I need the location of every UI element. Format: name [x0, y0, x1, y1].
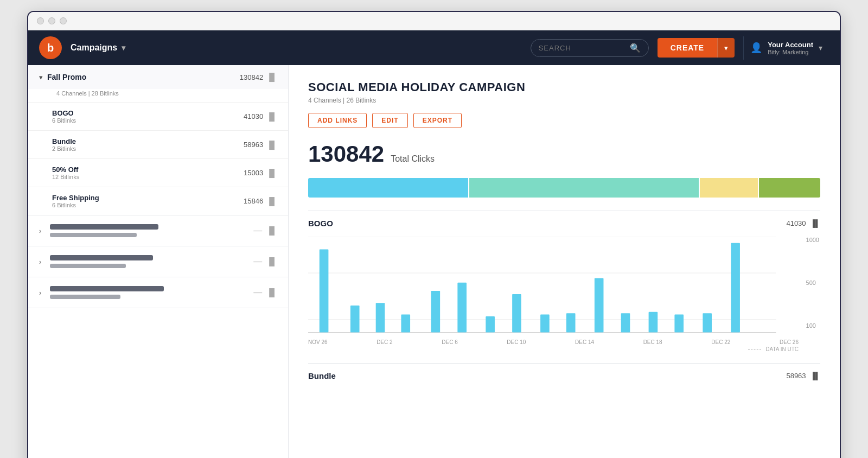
bogo-chart-area: 1000 500 100 — [308, 237, 820, 345]
sidebar: ▾ Fall Promo 130842 ▐▌ 4 Channels | 28 B… — [28, 65, 289, 458]
logo[interactable]: b — [39, 36, 62, 59]
campaign-detail-title: SOCIAL MEDIA HOLIDAY CAMPAIGN — [308, 80, 820, 94]
campaign-header-fall-promo[interactable]: ▾ Fall Promo 130842 ▐▌ — [28, 65, 288, 89]
create-button[interactable]: CREATE — [658, 38, 718, 58]
x-label-dec22: DEC 22 — [711, 339, 730, 345]
campaign-group-collapsed-3[interactable]: › — ▐▌ — [28, 277, 288, 308]
total-clicks: 130842 Total Clicks — [308, 141, 820, 167]
x-label-dec10: DEC 10 — [507, 339, 526, 345]
bar-chart-small-icon-2: ▐▌ — [266, 141, 277, 149]
campaign-meta-fall-promo: 4 Channels | 28 Bitlinks — [39, 89, 288, 102]
blurred-title-2 — [50, 255, 153, 260]
svg-rect-15 — [621, 313, 630, 332]
campaign-group-collapsed-1[interactable]: › — ▐▌ — [28, 215, 288, 246]
account-sub: Bitly: Marketing — [768, 49, 813, 55]
svg-rect-18 — [703, 313, 712, 332]
svg-rect-8 — [431, 291, 441, 332]
right-panel: SOCIAL MEDIA HOLIDAY CAMPAIGN 4 Channels… — [289, 65, 840, 458]
x-label-dec2: DEC 2 — [376, 339, 392, 345]
channel-clicks-bogo: 41030 ▐▌ — [244, 112, 277, 121]
svg-rect-14 — [595, 278, 604, 332]
search-input[interactable] — [539, 44, 626, 52]
bogo-chart-svg — [308, 237, 820, 345]
channel-bitlinks-freeshipping: 6 Bitlinks — [52, 202, 244, 208]
blurred-title-3 — [50, 286, 164, 291]
action-buttons: ADD LINKS EDIT EXPORT — [308, 113, 820, 128]
bar-chart-small-icon: ▐▌ — [266, 112, 277, 121]
channel-bitlinks-bundle: 2 Bitlinks — [52, 145, 244, 152]
nav-bar: b Campaigns ▾ 🔍 CREATE ▾ 👤 Your Account … — [28, 30, 840, 65]
blurred-title-1 — [50, 224, 158, 230]
account-chevron-icon: ▾ — [819, 43, 822, 52]
bundle-section: Bundle 58963 ▐▌ — [308, 363, 820, 380]
channel-count: 4 Channels — [308, 97, 341, 104]
channel-info-50off: 50% Off 12 Bitlinks — [52, 166, 244, 180]
channel-name-50off: 50% Off — [52, 166, 244, 174]
channel-name-bundle: Bundle — [52, 137, 244, 145]
bogo-section: BOGO 41030 ▐▌ 1000 500 100 — [308, 211, 820, 352]
create-btn-group: CREATE ▾ — [658, 38, 735, 58]
blurred-sub-3 — [50, 295, 120, 299]
account-area[interactable]: 👤 Your Account Bitly: Marketing ▾ — [743, 36, 829, 60]
bar-chart-small-icon-4: ▐▌ — [266, 197, 277, 206]
export-button[interactable]: EXPORT — [413, 113, 462, 128]
campaign-detail-meta: 4 Channels | 26 Bitlinks — [308, 97, 820, 104]
bar-chart-small-icon-3: ▐▌ — [266, 169, 277, 177]
campaigns-nav[interactable]: Campaigns ▾ — [71, 43, 125, 53]
channel-bitlinks-bogo: 6 Bitlinks — [52, 117, 244, 124]
channel-item-50off[interactable]: 50% Off 12 Bitlinks 15003 ▐▌ — [28, 158, 288, 187]
channel-name-bogo: BOGO — [52, 109, 244, 117]
add-links-button[interactable]: ADD LINKS — [308, 113, 367, 128]
svg-rect-9 — [457, 283, 467, 333]
traffic-light-close[interactable] — [37, 17, 44, 24]
channel-bitlinks-50off: 12 Bitlinks — [52, 174, 244, 180]
traffic-light-minimize[interactable] — [48, 17, 55, 24]
bogo-section-stats: 41030 ▐▌ — [786, 219, 820, 227]
svg-rect-13 — [566, 313, 576, 332]
channel-info-bundle: Bundle 2 Bitlinks — [52, 137, 244, 152]
campaign-group-collapsed-2[interactable]: › — ▐▌ — [28, 246, 288, 277]
y-labels: 1000 500 100 — [806, 237, 820, 329]
bar-seg-4 — [759, 178, 820, 198]
channel-info-freeshipping: Free Shipping 6 Bitlinks — [52, 194, 244, 208]
bogo-clicks: 41030 — [786, 219, 806, 227]
collapse-icon: ▾ — [39, 73, 43, 81]
channel-item-freeshipping[interactable]: Free Shipping 6 Bitlinks 15846 ▐▌ — [28, 187, 288, 215]
dash-icon-1: — — [253, 226, 262, 236]
channel-name-freeshipping: Free Shipping — [52, 194, 244, 202]
create-dropdown-button[interactable]: ▾ — [717, 38, 735, 58]
edit-button[interactable]: EDIT — [372, 113, 407, 128]
group-right-1: — ▐▌ — [253, 226, 277, 236]
channel-clicks-freeshipping: 15846 ▐▌ — [244, 197, 277, 206]
chevron-down-icon: ▾ — [122, 43, 125, 52]
channel-clicks-bundle: 58963 ▐▌ — [244, 141, 277, 149]
blurred-sub-2 — [50, 264, 126, 268]
stacked-bar — [308, 178, 820, 198]
svg-rect-6 — [376, 303, 385, 332]
bundle-clicks: 58963 — [786, 372, 806, 380]
channel-item-bundle[interactable]: Bundle 2 Bitlinks 58963 ▐▌ — [28, 130, 288, 158]
bar-seg-3 — [700, 178, 758, 198]
traffic-light-maximize[interactable] — [60, 17, 67, 24]
campaign-title-fall-promo: Fall Promo — [47, 73, 240, 81]
bar-chart-icon-1: ▐▌ — [266, 226, 277, 235]
campaigns-label: Campaigns — [71, 43, 117, 53]
expand-icon-1: › — [39, 227, 41, 235]
x-label-dec18: DEC 18 — [643, 339, 662, 345]
x-label-dec14: DEC 14 — [575, 339, 594, 345]
account-info: Your Account Bitly: Marketing — [768, 41, 813, 55]
bogo-section-name: BOGO — [308, 219, 333, 228]
clicks-label: Total Clicks — [391, 154, 435, 164]
channel-item-bogo[interactable]: BOGO 6 Bitlinks 41030 ▐▌ — [28, 102, 288, 130]
svg-rect-11 — [512, 294, 521, 333]
blurred-sub-1 — [50, 233, 137, 237]
x-labels: NOV 26 DEC 2 DEC 6 DEC 10 DEC 14 DEC 18 … — [308, 339, 799, 345]
search-box[interactable]: 🔍 — [531, 39, 649, 57]
channel-info-bogo: BOGO 6 Bitlinks — [52, 109, 244, 124]
bitlinks-count: 26 Bitlinks — [347, 97, 376, 104]
svg-rect-7 — [401, 315, 410, 333]
group-right-3: — ▐▌ — [253, 288, 277, 297]
bogo-section-header: BOGO 41030 ▐▌ — [308, 211, 820, 228]
svg-rect-12 — [540, 315, 550, 333]
svg-rect-19 — [731, 243, 740, 333]
